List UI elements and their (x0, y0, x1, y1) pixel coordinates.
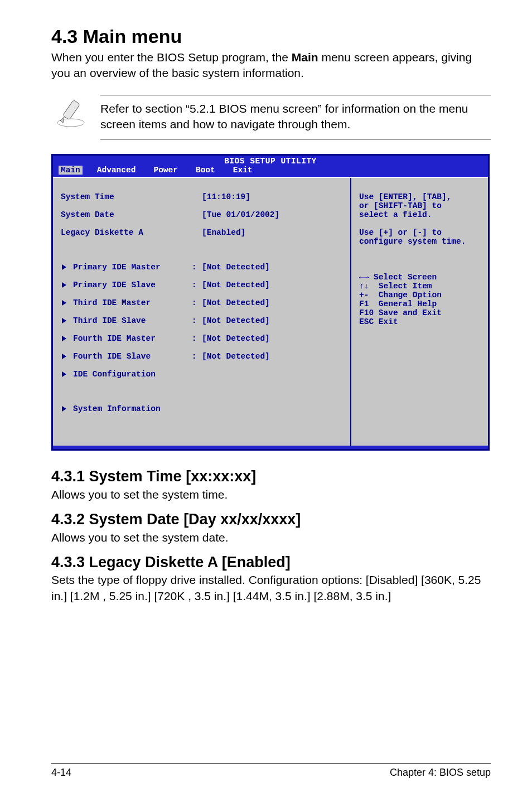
svg-marker-2 (60, 117, 64, 123)
sub-system-information: System Information (61, 404, 186, 413)
help-l5: configure system time. (359, 237, 466, 246)
svg-rect-1 (63, 100, 80, 120)
section-431-heading: 4.3.1 System Time [xx:xx:xx] (51, 467, 491, 485)
help-l1: Use [ENTER], [TAB], (359, 192, 451, 201)
sub-val-1: [Not Detected] (202, 281, 270, 289)
triangle-icon (62, 406, 66, 412)
help-nav2: Select Item (379, 282, 432, 291)
field-legacy-diskette-value: [Enabled] (202, 228, 245, 237)
section-431-body: Allows you to set the system time. (51, 487, 491, 503)
page-footer: 4-14 Chapter 4: BIOS setup (51, 763, 491, 779)
field-legacy-diskette-label: Legacy Diskette A (61, 228, 186, 237)
triangle-icon (62, 371, 66, 377)
intro-bold: Main (292, 51, 318, 64)
arrows-lr-icon: ←→ (359, 273, 369, 282)
sub-primary-ide-master: Primary IDE Master (61, 263, 186, 272)
bios-tab-advanced: Advanced (97, 166, 146, 175)
sub-fourth-ide-slave: Fourth IDE Slave (61, 352, 186, 361)
section-432-heading: 4.3.2 System Date [Day xx/xx/xxxx] (51, 510, 491, 528)
field-system-time-value: [11:10:19] (202, 192, 250, 201)
help-nav3: Change Option (379, 291, 442, 299)
section-432-body: Allows you to set the system date. (51, 530, 491, 545)
field-system-date-value: [Tue 01/01/2002] (202, 210, 279, 219)
help-nav1: Select Screen (374, 273, 437, 282)
bios-title: BIOS SETUP UTILITY (53, 156, 488, 166)
key-plus-minus: +- (359, 291, 369, 299)
sub-val-0: [Not Detected] (202, 263, 270, 272)
help-l4: Use [+] or [-] to (359, 228, 442, 237)
note-text: Refer to section “5.2.1 BIOS menu screen… (100, 95, 491, 140)
sub-third-ide-master: Third IDE Master (61, 298, 186, 307)
footer-chapter: Chapter 4: BIOS setup (390, 767, 491, 779)
sub-third-ide-slave: Third IDE Slave (61, 316, 186, 325)
section-433-body: Sets the type of floppy drive installed.… (51, 572, 491, 604)
footer-page-number: 4-14 (51, 767, 71, 779)
triangle-icon (62, 336, 66, 341)
sub-primary-ide-slave: Primary IDE Slave (61, 281, 186, 289)
sub-val-4: [Not Detected] (202, 334, 270, 343)
pencil-note-icon (51, 95, 90, 131)
bios-screenshot: BIOS SETUP UTILITY Main Advanced Power B… (51, 154, 490, 451)
sub-val-2: [Not Detected] (202, 298, 270, 307)
triangle-icon (62, 264, 66, 270)
section-433-heading: 4.3.3 Legacy Diskette A [Enabled] (51, 553, 491, 571)
sub-val-3: [Not Detected] (202, 316, 270, 325)
bios-tab-main: Main (59, 166, 83, 175)
sub-val-5: [Not Detected] (202, 352, 270, 361)
bios-menubar: Main Advanced Power Boot Exit (53, 166, 488, 177)
bios-left-panel: System Time[11:10:19] System Date[Tue 01… (53, 178, 351, 446)
sub-ide-configuration: IDE Configuration (61, 370, 186, 379)
bios-tab-exit: Exit (233, 166, 263, 175)
arrows-ud-icon: ↑↓ (359, 282, 369, 291)
field-system-date-label: System Date (61, 210, 186, 219)
triangle-icon (62, 354, 66, 359)
page-title: 4.3 Main menu (51, 26, 491, 47)
key-f1: F1 (359, 299, 369, 308)
help-nav5: F10 Save and Exit (359, 308, 442, 317)
bios-tab-power: Power (153, 166, 188, 175)
triangle-icon (62, 282, 66, 288)
help-nav6: ESC Exit (359, 317, 398, 326)
triangle-icon (62, 300, 66, 306)
intro-text: When you enter the BIOS Setup program, t… (51, 50, 491, 81)
note-block: Refer to section “5.2.1 BIOS menu screen… (51, 95, 491, 140)
triangle-icon (62, 318, 66, 323)
bios-tab-boot: Boot (196, 166, 225, 175)
help-l2: or [SHIFT-TAB] to (359, 201, 442, 210)
bios-help-panel: Use [ENTER], [TAB], or [SHIFT-TAB] to se… (351, 178, 488, 446)
help-nav4: General Help (379, 299, 437, 308)
help-l3: select a field. (359, 210, 432, 219)
sub-fourth-ide-master: Fourth IDE Master (61, 334, 186, 343)
intro-part1: When you enter the BIOS Setup program, t… (51, 51, 292, 64)
field-system-time-label: System Time (61, 192, 186, 201)
